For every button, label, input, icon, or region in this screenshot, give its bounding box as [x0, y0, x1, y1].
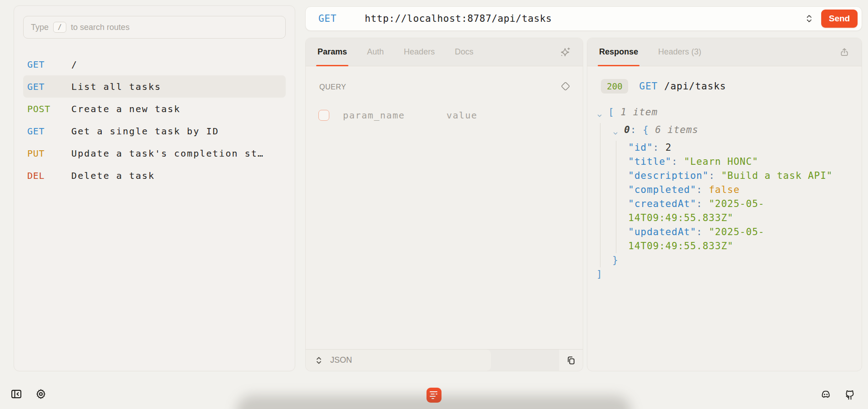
json-line-text: "description": "Build a task API" — [628, 169, 841, 183]
fiberplane-logo[interactable] — [427, 388, 441, 403]
route-label: Create a new task — [71, 103, 180, 114]
json-line-text: } — [612, 253, 841, 267]
share-icon[interactable] — [839, 47, 850, 58]
tab-params[interactable]: Params — [317, 38, 347, 66]
ai-sparkles-icon[interactable] — [559, 46, 571, 58]
json-tree-line: "id": 2 — [596, 141, 841, 155]
route-method-badge: GET — [27, 126, 71, 137]
indent-guide — [616, 197, 628, 225]
json-line-text: "title": "Learn HONC" — [628, 155, 841, 169]
tab-response[interactable]: Response — [599, 38, 638, 66]
query-section-label: QUERY — [319, 83, 346, 91]
slash-key-hint: / — [53, 22, 66, 33]
route-label: / — [71, 59, 78, 70]
send-button[interactable]: Send — [821, 10, 858, 28]
json-tree-line: "title": "Learn HONC" — [596, 155, 841, 169]
route-item[interactable]: PUTUpdate a task's completion st… — [23, 142, 286, 164]
indent-guide — [600, 253, 612, 267]
history-stepper-icon[interactable] — [802, 12, 816, 25]
search-placeholder-prefix: Type — [31, 23, 49, 32]
route-method-badge: GET — [27, 59, 71, 70]
copy-icon — [565, 355, 576, 366]
json-line-text: "completed": false — [628, 183, 841, 197]
indent-guide — [600, 155, 612, 169]
bottom-toolbar — [0, 371, 868, 409]
indent-guide — [616, 155, 628, 169]
json-line-text: "createdAt": "2025-05-14T09:49:55.833Z" — [628, 197, 841, 225]
params-tabstrip: ParamsAuthHeadersDocs — [306, 38, 583, 66]
json-tree-line: "updatedAt": "2025-05-14T09:49:55.833Z" — [596, 225, 841, 253]
route-list: GET/GETList all tasksPOSTCreate a new ta… — [14, 53, 295, 187]
route-method-badge: GET — [27, 81, 71, 92]
search-placeholder-suffix: to search routes — [71, 23, 129, 32]
route-method-badge: POST — [27, 103, 71, 114]
indent-guide — [616, 183, 628, 197]
request-url-bar: GET http://localhost:8787/api/tasks Send — [305, 6, 862, 31]
json-tree-line: ] — [596, 267, 841, 281]
json-line-text: "id": 2 — [628, 141, 841, 155]
route-label: Update a task's completion st… — [71, 148, 264, 159]
collapse-sidebar-icon[interactable] — [10, 388, 23, 400]
param-value-input[interactable]: value — [446, 110, 477, 121]
body-format-label: JSON — [330, 355, 352, 365]
response-path: /api/tasks — [664, 81, 726, 92]
body-format-select[interactable]: JSON — [306, 350, 491, 371]
indent-guide — [600, 123, 612, 141]
copy-body-button[interactable] — [559, 350, 583, 371]
clear-query-diamond-icon[interactable] — [560, 81, 571, 94]
route-method-badge: DEL — [27, 170, 71, 181]
json-tree-line: 0: { 6 items — [596, 123, 841, 141]
response-summary-row: 200 GET /api/tasks — [601, 79, 841, 94]
status-badge: 200 — [601, 79, 628, 94]
route-item[interactable]: DELDelete a task — [23, 164, 286, 187]
indent-guide — [600, 197, 612, 225]
route-search-input[interactable]: Type / to search routes — [23, 16, 286, 39]
param-enabled-checkbox[interactable] — [318, 110, 329, 121]
indent-guide — [600, 141, 612, 155]
chevron-up-down-icon — [316, 356, 322, 365]
tab-headers[interactable]: Headers — [404, 38, 435, 66]
route-item[interactable]: GET/ — [23, 53, 286, 75]
indent-guide — [616, 141, 628, 155]
discord-icon[interactable] — [819, 388, 832, 401]
json-tree-line: "completed": false — [596, 183, 841, 197]
routes-sidebar: Type / to search routes GET/GETList all … — [14, 5, 295, 371]
json-line-text: [ 1 item — [608, 105, 841, 119]
route-label: Delete a task — [71, 170, 155, 181]
request-params-panel: ParamsAuthHeadersDocs QUERY param_name v… — [305, 38, 583, 371]
indent-guide — [600, 169, 612, 183]
tab-headers-3[interactable]: Headers (3) — [658, 38, 701, 66]
query-param-row: param_name value — [318, 110, 583, 121]
route-item[interactable]: GETGet a single task by ID — [23, 120, 286, 142]
collapse-chevron-icon[interactable] — [596, 105, 608, 123]
response-tabstrip: ResponseHeaders (3) — [587, 38, 862, 66]
route-item[interactable]: GETList all tasks — [23, 75, 286, 98]
response-method: GET — [639, 81, 658, 92]
request-method-select[interactable]: GET — [318, 13, 337, 24]
param-name-input[interactable]: param_name — [343, 110, 446, 121]
json-line-text: ] — [596, 267, 841, 281]
github-icon[interactable] — [843, 388, 856, 401]
json-tree-line: } — [596, 253, 841, 267]
settings-gear-icon[interactable] — [35, 388, 47, 400]
indent-guide — [616, 169, 628, 183]
request-url-input[interactable]: http://localhost:8787/api/tasks — [365, 13, 802, 24]
tab-docs[interactable]: Docs — [455, 38, 473, 66]
response-panel: ResponseHeaders (3) 200 GET /api/tasks [… — [587, 38, 862, 371]
tab-auth[interactable]: Auth — [367, 38, 384, 66]
route-label: List all tasks — [71, 81, 161, 92]
json-tree-line: [ 1 item — [596, 105, 841, 123]
indent-guide — [600, 183, 612, 197]
indent-guide — [616, 225, 628, 253]
json-tree-line: "createdAt": "2025-05-14T09:49:55.833Z" — [596, 197, 841, 225]
json-tree-line: "description": "Build a task API" — [596, 169, 841, 183]
json-tree: [ 1 item0: { 6 items"id": 2"title": "Lea… — [596, 105, 841, 281]
route-method-badge: PUT — [27, 148, 71, 159]
json-line-text: 0: { 6 items — [624, 123, 841, 137]
indent-guide — [600, 225, 612, 253]
route-item[interactable]: POSTCreate a new task — [23, 98, 286, 120]
collapse-chevron-icon[interactable] — [612, 123, 624, 141]
json-line-text: "updatedAt": "2025-05-14T09:49:55.833Z" — [628, 225, 841, 253]
route-label: Get a single task by ID — [71, 126, 219, 137]
body-format-footer: JSON — [306, 349, 583, 371]
